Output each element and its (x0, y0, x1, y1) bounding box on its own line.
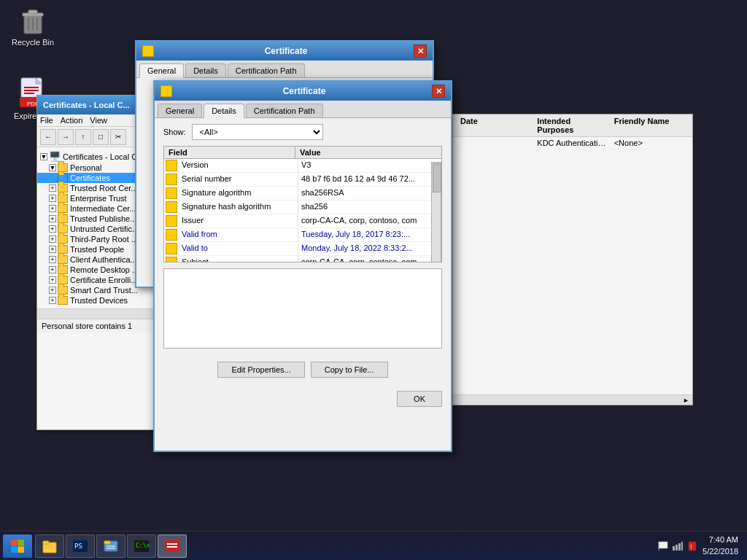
mmc-menu-file[interactable]: File (40, 116, 53, 125)
cert-bg-title-icon (142, 45, 154, 57)
details-scrollbar[interactable] (431, 162, 441, 262)
row-friendly: <None> (611, 139, 688, 147)
mmc-menu-action[interactable]: Action (61, 116, 83, 125)
details-row-issuer[interactable]: Issuer corp-CA-CA, corp, contoso, com (164, 214, 441, 228)
row-value-serial: 48 b7 f6 bd 16 12 a4 9d 46 72... (298, 173, 441, 186)
right-panel-scrollbar[interactable]: ► (453, 394, 692, 405)
svg-rect-10 (24, 93, 34, 94)
details-list[interactable]: Field Value Version V3 Serial number 48 … (163, 146, 442, 262)
row-field-version: Version (179, 159, 298, 172)
taskbar-app-tools[interactable] (158, 534, 187, 558)
details-row-serial[interactable]: Serial number 48 b7 f6 bd 16 12 a4 9d 46… (164, 173, 441, 187)
folder-trusted-devices-icon (58, 296, 68, 305)
taskbar: PS C:\> (0, 531, 747, 560)
expand-third-party[interactable]: + (49, 236, 56, 243)
details-row-version[interactable]: Version V3 (164, 159, 441, 173)
taskbar-clock[interactable]: 7:40 AM 5/22/2018 (703, 534, 738, 557)
ok-button[interactable]: OK (397, 391, 442, 407)
security-icon: ! (686, 540, 698, 552)
expand-trusted-devices[interactable]: + (49, 297, 56, 304)
svg-rect-9 (24, 90, 39, 91)
svg-rect-14 (18, 540, 25, 546)
svg-rect-15 (11, 546, 18, 553)
mmc-title-text: Certificates - Local C... (43, 101, 130, 109)
cert-front-tab-general[interactable]: General (158, 104, 202, 117)
col-header-friendly: Friendly Name (611, 117, 688, 134)
expand-personal[interactable]: ▼ (49, 164, 56, 171)
svg-rect-31 (167, 546, 177, 548)
expand-trusted-people[interactable]: + (49, 246, 56, 253)
cert-dialog-front: Certificate ✕ General Details Certificat… (153, 80, 452, 452)
details-row-sig-hash[interactable]: Signature hash algorithm sha256 (164, 201, 441, 214)
row-field-sig-algo: Signature algorithm (179, 187, 298, 200)
cert-row-icon-version (166, 160, 177, 171)
expand-cert-enroll[interactable]: + (49, 276, 56, 284)
col-header-value: Value (295, 147, 441, 158)
cert-front-title-icon (160, 85, 172, 97)
cert-bg-tab-bar: General Details Certification Path (136, 61, 433, 78)
taskbar-app-cmd[interactable]: C:\> (127, 534, 156, 558)
right-panel-row[interactable]: KDC Authentication, Smart Card ... <None… (453, 137, 692, 149)
svg-rect-36 (678, 543, 681, 551)
tools-icon (164, 538, 180, 554)
row-value-sig-algo: sha256RSA (298, 187, 441, 200)
row-purposes: KDC Authentication, Smart Card ... (534, 139, 611, 147)
cert-bg-title-text: Certificate (158, 46, 414, 56)
expand-trusted-publisher[interactable]: + (49, 215, 56, 222)
taskbar-app-powershell[interactable]: PS (66, 534, 95, 558)
cert-bg-tab-general[interactable]: General (139, 63, 184, 78)
expand-enterprise[interactable]: + (49, 195, 56, 202)
show-label: Show: (163, 128, 186, 136)
toolbar-cut[interactable]: ✂ (110, 129, 126, 145)
expand-certs-local[interactable]: ▼ (40, 153, 47, 160)
taskbar-apps: PS C:\> (35, 534, 187, 558)
cert-row-icon-valid-to (166, 243, 177, 254)
row-field-sig-hash: Signature hash algorithm (179, 201, 298, 214)
details-row-subject[interactable]: Subject corp-CA-CA, corp, contoso, com (164, 256, 441, 262)
expand-remote-desktop[interactable]: + (49, 266, 56, 273)
svg-rect-35 (676, 545, 678, 551)
start-button[interactable] (3, 534, 32, 558)
edit-properties-button[interactable]: Edit Properties... (217, 362, 304, 378)
copy-to-file-button[interactable]: Copy to File... (311, 362, 388, 378)
row-field-valid-to: Valid to (179, 242, 298, 255)
show-row: Show: <All> Version 1 Fields Only Extens… (155, 118, 451, 146)
cert-row-icon-valid-from (166, 229, 177, 241)
file-explorer-icon (42, 538, 58, 554)
details-row-valid-from[interactable]: Valid from Tuesday, July 18, 2017 8:23:.… (164, 228, 441, 242)
expand-trusted-root[interactable]: + (49, 184, 56, 192)
svg-rect-37 (681, 542, 683, 551)
toolbar-up[interactable]: ↑ (75, 129, 91, 145)
file-manager-icon (103, 538, 119, 554)
clock-date: 5/22/2018 (703, 546, 738, 557)
cert-front-tab-details[interactable]: Details (204, 104, 244, 118)
details-row-valid-to[interactable]: Valid to Monday, July 18, 2022 8:33:2... (164, 242, 441, 256)
taskbar-app-explorer[interactable] (35, 534, 64, 558)
row-field-issuer: Issuer (179, 214, 298, 228)
cert-front-tab-certification-path[interactable]: Certification Path (246, 104, 323, 117)
right-panel-header: Date Intended Purposes Friendly Name (453, 114, 692, 137)
clock-time: 7:40 AM (703, 534, 738, 545)
toolbar-back[interactable]: ← (40, 129, 56, 145)
expand-untrusted[interactable]: + (49, 225, 56, 233)
details-value-box (163, 268, 442, 349)
svg-rect-13 (11, 540, 18, 546)
taskbar-right: ! 7:40 AM 5/22/2018 (657, 534, 744, 557)
toolbar-forward[interactable]: → (58, 129, 74, 145)
cert-bg-close-button[interactable]: ✕ (414, 44, 427, 58)
cert-bg-tab-details[interactable]: Details (185, 63, 226, 77)
recycle-bin-icon[interactable]: Recycle Bin (7, 6, 58, 47)
svg-rect-8 (24, 87, 39, 88)
cmd-icon: C:\> (133, 538, 150, 554)
expand-smart-card[interactable]: + (49, 287, 56, 294)
toolbar-properties[interactable]: □ (93, 129, 109, 145)
expand-intermediate[interactable]: + (49, 205, 56, 212)
mmc-menu-view[interactable]: View (90, 116, 107, 125)
svg-rect-32 (659, 542, 667, 548)
show-select[interactable]: <All> Version 1 Fields Only Extensions O… (192, 124, 323, 140)
expand-client-auth[interactable]: + (49, 256, 56, 263)
details-row-sig-algo[interactable]: Signature algorithm sha256RSA (164, 187, 441, 201)
cert-bg-tab-certification-path[interactable]: Certification Path (228, 63, 305, 77)
taskbar-app-file-manager[interactable] (96, 534, 125, 558)
cert-front-close-button[interactable]: ✕ (432, 85, 445, 98)
